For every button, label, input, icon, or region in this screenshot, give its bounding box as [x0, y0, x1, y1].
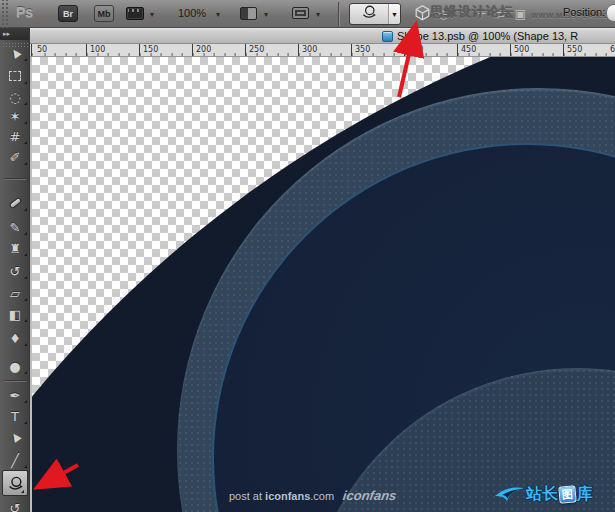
divider	[4, 178, 26, 179]
photoshop-logo: Ps	[16, 4, 33, 20]
psb-file-icon	[382, 31, 393, 42]
3d-rotate-tool[interactable]	[2, 470, 28, 496]
eyedropper-tool[interactable]: ✐	[0, 147, 30, 167]
divider	[4, 380, 26, 381]
ruler-label: 150	[143, 45, 158, 54]
zz-text-right: 库	[577, 484, 593, 505]
chevron-down-icon[interactable]: ▾	[316, 10, 320, 19]
position-label: Position:	[563, 6, 605, 18]
iconfans-logo: iconfans	[342, 488, 398, 503]
ruler-label: 50	[37, 45, 47, 54]
zz-text-left: 站长	[526, 484, 558, 505]
bridge-button[interactable]: Br	[58, 5, 78, 22]
zz-boxed-char: 图	[558, 485, 576, 503]
ruler-label: 200	[196, 45, 211, 54]
3d-scale-icon[interactable]: ▣	[515, 7, 526, 21]
zoom-level[interactable]: 100%	[178, 7, 206, 19]
history-brush-tool[interactable]: ↺	[0, 261, 30, 281]
ruler-label: 550	[567, 45, 582, 54]
current-tool-well[interactable]: ▼	[349, 3, 401, 25]
lasso-tool[interactable]: ◌	[0, 87, 30, 107]
horizontal-ruler: 50 100 150 200 250 300 350 400 450 500 5…	[30, 44, 615, 57]
eraser-tool[interactable]: ▱	[0, 283, 30, 303]
marquee-icon	[9, 71, 21, 81]
ruler-label: 300	[302, 45, 317, 54]
position-dropdown[interactable]	[606, 4, 615, 22]
document-title-bar[interactable]: Shape 13.psb @ 100% (Shape 13, R	[30, 28, 615, 44]
zhanzhang-tuku-watermark: 站长 图 库	[494, 479, 614, 509]
3d-rotate-tool-icon	[350, 4, 388, 24]
collapse-panel-button[interactable]: ▸▸	[0, 28, 30, 40]
3d-orbit-tool[interactable]: ↺	[0, 498, 30, 512]
bandage-icon	[8, 197, 22, 210]
ruler-label: 500	[514, 45, 529, 54]
ruler-label: 250	[249, 45, 264, 54]
divider	[338, 2, 339, 26]
line-tool[interactable]: ╱	[0, 450, 30, 470]
dodge-tool[interactable]: ●	[0, 356, 30, 376]
flame-swoosh-icon	[494, 483, 526, 505]
appbar-grip[interactable]	[0, 0, 10, 28]
minibridge-button[interactable]: Mb	[94, 5, 114, 22]
type-tool[interactable]: T	[0, 406, 30, 426]
marquee-tool[interactable]	[0, 66, 30, 86]
ruler-label: 100	[90, 45, 105, 54]
tools-panel: ▸▸ ▶ ◌ ✶ # ✐ ✎ ♜ ↺ ▱ ◧ ♦ ● ✒ T ▶ ╱ ↺	[0, 28, 30, 512]
arrange-documents-icon[interactable]	[240, 7, 257, 20]
ruler-label: 600	[610, 45, 615, 54]
clone-stamp-tool[interactable]: ♜	[0, 238, 30, 258]
move-tool[interactable]: ▶	[0, 43, 30, 63]
photoshop-window: Ps Br Mb ▾ 100% ▾ ▾ ▾ ▼ ◔ ↻ + ⇄ ▣ 思缘设计论坛…	[0, 0, 615, 512]
application-bar: Ps Br Mb ▾ 100% ▾ ▾ ▾ ▼ ◔ ↻ + ⇄ ▣ 思缘设计论坛…	[0, 0, 615, 28]
ruler-label: 450	[461, 45, 476, 54]
crop-tool[interactable]: #	[0, 126, 30, 146]
document-canvas[interactable]	[30, 57, 615, 512]
chevron-down-icon[interactable]: ▾	[264, 10, 268, 19]
healing-brush-tool[interactable]	[0, 193, 30, 213]
ruler-label: 400	[408, 45, 423, 54]
path-selection-tool[interactable]: ▶	[0, 427, 30, 447]
gradient-tool[interactable]: ◧	[0, 304, 30, 324]
chevron-down-icon[interactable]: ▾	[150, 10, 154, 19]
pen-tool[interactable]: ✒	[0, 385, 30, 405]
blur-tool[interactable]: ♦	[0, 328, 30, 348]
iconfans-watermark: post at iconfans.com iconfans	[229, 488, 397, 503]
brush-tool[interactable]: ✎	[0, 217, 30, 237]
chevron-down-icon[interactable]: ▾	[216, 10, 220, 19]
document-title: Shape 13.psb @ 100% (Shape 13, R	[397, 30, 578, 42]
missyuan-watermark: 思缘设计论坛	[430, 3, 514, 21]
view-extras-icon[interactable]	[126, 7, 144, 20]
quick-selection-tool[interactable]: ✶	[0, 106, 30, 126]
screen-mode-icon[interactable]	[292, 7, 309, 19]
ruler-label: 350	[355, 45, 370, 54]
tool-preset-arrow[interactable]: ▼	[388, 4, 400, 24]
